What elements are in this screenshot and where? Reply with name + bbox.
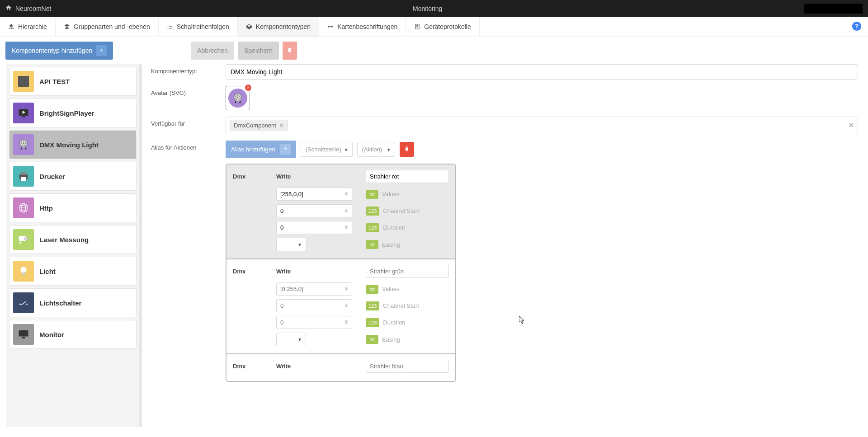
plus-icon [96,45,107,56]
param-value-input[interactable] [276,204,352,217]
action-block[interactable]: Dmx Write txt Values 123 Channel Start 1… [226,259,455,354]
tab-icon [327,23,334,30]
save-button[interactable]: Speichern [238,42,279,60]
action-block[interactable]: Dmx Write [226,354,455,381]
sidebar-item-label: DMX Moving Light [39,141,99,149]
svg-point-11 [20,84,21,85]
svg-point-17 [21,141,22,142]
svg-point-44 [240,98,241,99]
param-label: Duration [383,224,405,231]
available-for-field[interactable]: DmxComponent ✕ ✕ [226,117,858,134]
easing-select[interactable]: ▼ [276,333,306,346]
svg-point-24 [24,145,25,146]
svg-point-42 [235,98,236,99]
action-name-input[interactable] [366,265,449,278]
add-alias-button[interactable]: Alias hinzufügen [226,141,296,158]
svg-point-43 [237,97,238,98]
clear-icon[interactable] [344,191,349,197]
dmx-icon [13,134,34,155]
action-name-input[interactable] [366,360,449,373]
easing-select[interactable]: ▼ [276,238,306,251]
toolbar: Komponententyp hinzufügen Abbrechen Spei… [0,37,868,64]
tab-icon [414,23,420,30]
svg-point-8 [26,78,27,79]
sidebar-item-laser-messung[interactable]: Laser Messung [9,225,137,254]
svg-point-7 [23,78,24,79]
svg-point-10 [26,81,27,82]
type-badge: 123 [366,301,379,310]
tab-komponententypen[interactable]: Komponententypen [238,17,319,37]
action-select[interactable]: (Aktion)▼ [357,142,395,157]
label-componenttype: Komponententyp: [151,64,226,75]
sidebar-item-label: API TEST [39,78,70,85]
svg-point-46 [239,99,240,100]
tab-label: Kartenbeschriftungen [337,23,397,30]
clear-icon[interactable] [344,302,349,309]
camera-icon [13,229,34,250]
sidebar-item-dmx-moving-light[interactable]: DMX Moving Light [9,130,137,159]
topbar: NeuroomNet Monitoring [0,0,868,17]
clear-icon[interactable] [344,224,349,231]
label-avatar: Avatar (SVG) [151,86,226,96]
sidebar-item-licht[interactable]: Licht [9,257,137,286]
tab-ger-teprotokolle[interactable]: Geräteprotokolle [406,17,480,37]
sidebar-item-http[interactable]: Http [9,193,137,222]
tag-remove-icon[interactable]: ✕ [279,122,284,129]
type-badge: 123 [366,207,379,216]
type-badge: txt [366,335,378,344]
cancel-button[interactable]: Abbrechen [191,42,234,60]
sidebar-item-label: Licht [39,268,56,275]
svg-point-39 [236,96,236,97]
sidebar[interactable]: API TESTBrightSignPlayerDMX Moving Light… [6,64,142,427]
clear-icon[interactable] [344,319,349,326]
type-badge: txt [366,285,378,294]
sidebar-item-lichtschalter[interactable]: Lichtschalter [9,288,137,317]
param-value-input[interactable] [276,282,352,296]
home-icon[interactable] [5,5,12,12]
label-alias: Alias für Aktionen [151,141,226,151]
param-value-input[interactable] [276,299,352,312]
help-icon[interactable]: ? [852,21,862,33]
tab-hierarchie[interactable]: Hierarchie [0,17,56,37]
svg-point-21 [23,143,24,144]
type-badge: txt [366,190,378,199]
tab-icon [167,23,173,30]
svg-point-41 [239,96,240,97]
svg-point-6 [20,78,21,79]
componenttype-input[interactable] [226,64,858,80]
svg-point-13 [26,84,27,85]
switch-icon [13,292,34,313]
delete-button[interactable] [283,42,297,60]
sidebar-item-drucker[interactable]: Drucker [9,162,137,191]
printer-icon [13,166,34,187]
globe-icon [13,197,34,218]
avatar-preview[interactable]: ✕ [226,86,250,110]
sidebar-item-monitor[interactable]: Monitor [9,320,137,349]
clear-icon[interactable] [344,207,349,214]
tab-icon [64,23,70,30]
interface-select[interactable]: (Schnittstelle)▼ [301,142,353,157]
alias-delete-button[interactable] [400,142,414,157]
clear-icon[interactable] [344,286,349,292]
clear-all-icon[interactable]: ✕ [848,121,854,130]
param-value-input[interactable] [276,316,352,329]
add-componenttype-button[interactable]: Komponententyp hinzufügen [5,42,113,60]
type-badge: txt [366,240,378,249]
tab-label: Schaltreihenfolgen [177,23,229,30]
action-name-input[interactable] [366,170,449,183]
tab-kartenbeschriftungen[interactable]: Kartenbeschriftungen [319,17,406,37]
svg-point-12 [23,84,24,85]
param-value-input[interactable] [276,221,352,234]
tab-gruppenarten-und-ebenen[interactable]: Gruppenarten und -ebenen [56,17,159,37]
action-method: Write [276,268,366,275]
tag-dmxcomponent[interactable]: DmxComponent ✕ [230,120,288,131]
avatar-delete-icon[interactable]: ✕ [245,85,251,91]
action-block[interactable]: Dmx Write txt Values 123 Channel Start 1… [226,164,455,259]
sidebar-item-api-test[interactable]: API TEST [9,67,137,96]
param-value-input[interactable] [276,188,352,201]
sidebar-item-label: BrightSignPlayer [39,109,94,117]
tab-schaltreihenfolgen[interactable]: Schaltreihenfolgen [159,17,238,37]
param-label: Values [382,191,400,197]
sidebar-item-brightsignplayer[interactable]: BrightSignPlayer [9,99,137,127]
svg-point-32 [20,267,27,273]
